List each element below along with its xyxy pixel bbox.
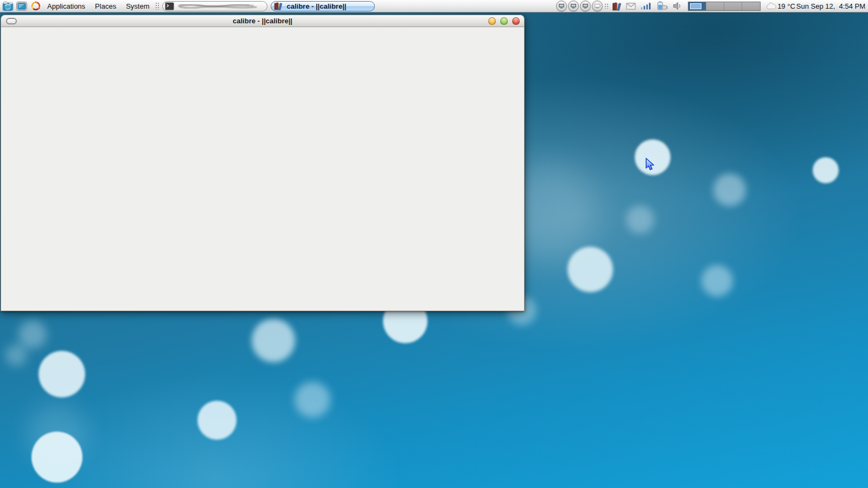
workspace-1[interactable] [688,2,706,10]
remote-display-button-4[interactable] [592,1,603,11]
calibre-books-icon [273,2,283,10]
ubuntu-logo-icon[interactable] [29,1,42,12]
redacted-scribble [177,2,259,10]
remote-display-button-3[interactable] [580,1,591,11]
maximize-button[interactable] [500,17,508,25]
remote-display-button-2[interactable] [568,1,579,11]
workspace-2[interactable] [706,2,724,10]
bokeh-circle [39,351,85,397]
bokeh-circle [813,157,839,183]
bokeh-circle [31,432,82,483]
bokeh-circle [626,206,654,234]
panel-handle[interactable] [155,2,159,10]
bokeh-circle [713,174,746,206]
window-content-empty [1,27,525,311]
clock-applet[interactable]: Sun Sep 12, 4:54 PM [795,2,866,10]
window-titlebar[interactable]: calibre - ||calibre|| [1,15,525,27]
top-panel: Applications Places System [0,0,868,12]
bokeh-circle [295,382,330,418]
bokeh-circle [197,401,237,440]
bokeh-circle [701,265,733,297]
workspace-switcher [688,2,761,11]
weather-applet[interactable]: 19 °C [766,2,795,10]
bokeh-circle [252,319,295,362]
window-title: calibre - ||calibre|| [233,17,292,25]
taskbar-calibre-label: calibre - ||calibre|| [286,2,346,10]
workspace-4[interactable] [742,2,760,10]
cloud-icon [766,2,776,10]
mail-icon[interactable] [626,3,636,10]
remote-display-button-1[interactable] [556,1,567,11]
taskbar-button-calibre[interactable]: calibre - ||calibre|| [271,1,375,11]
calibre-window: calibre - ||calibre|| [1,15,525,311]
bokeh-circle [27,404,87,464]
calibre-tray-books-icon[interactable] [612,2,622,11]
signal-strength-icon[interactable] [640,2,652,10]
bokeh-circle [635,139,671,175]
menu-applications[interactable]: Applications [42,0,90,12]
window-menu-button[interactable] [6,18,17,24]
workspace-3[interactable] [724,2,742,10]
weather-temp: 19 °C [777,2,795,10]
volume-icon[interactable] [673,2,682,10]
battery-charging-icon[interactable] [656,1,668,11]
globe-launcher-icon[interactable] [1,1,14,12]
display-launcher-icon[interactable] [15,1,28,12]
menu-places[interactable]: Places [90,0,121,12]
bokeh-circle [18,320,47,349]
desktop-stage: calibre - ||calibre|| [0,0,868,488]
minimize-button[interactable] [488,17,496,25]
bokeh-circle [5,344,27,366]
menu-system[interactable]: System [121,0,154,12]
terminal-icon [165,2,174,10]
close-button[interactable] [512,17,520,25]
bokeh-circle [567,247,613,292]
workspace-window-thumbnail [690,3,701,9]
tray-handle[interactable] [604,3,609,9]
taskbar-button-terminal-redacted[interactable] [162,1,267,11]
